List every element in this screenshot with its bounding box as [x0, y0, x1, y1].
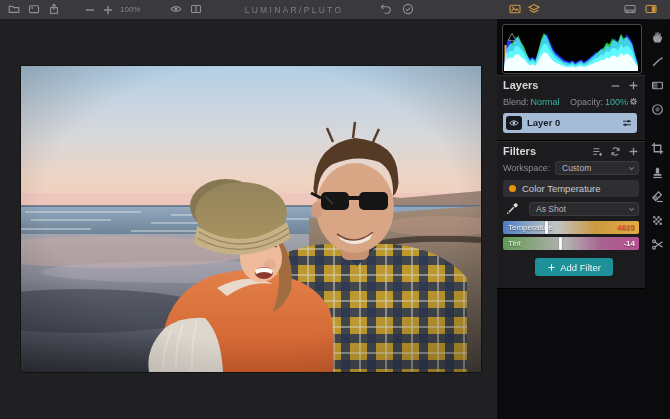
undo-icon[interactable] — [380, 3, 392, 15]
zoom-controls: 100% — [84, 3, 140, 16]
brush-mask-tool-icon[interactable] — [651, 55, 664, 68]
layers-panel-toggle-icon[interactable] — [528, 3, 540, 15]
remove-layer-icon[interactable] — [610, 80, 621, 91]
top-toolbar: 100% LUMINAR/PLUTO — [0, 0, 670, 20]
layers-panel-title: Layers — [503, 79, 538, 91]
filters-panel: Filters Workspace: Custom Color Temperat… — [497, 141, 645, 289]
hand-tool-icon[interactable] — [651, 31, 664, 44]
right-sidebar: Layers Blend:Normal Opacity:100% Layer 0… — [497, 19, 645, 419]
blend-opacity-row: Blend:Normal Opacity:100% — [503, 97, 639, 107]
filters-panel-title: Filters — [503, 145, 536, 157]
layer-settings-gear-icon[interactable] — [628, 96, 639, 107]
photo-library-icon[interactable] — [28, 3, 40, 15]
add-filter-label: Add Filter — [560, 262, 601, 273]
chevron-down-icon — [627, 205, 636, 214]
white-balance-value: As Shot — [536, 204, 566, 214]
plus-icon — [547, 263, 556, 272]
clipping-warning-icon[interactable] — [507, 28, 517, 38]
filter-enabled-dot[interactable] — [509, 185, 516, 192]
slider-value: 4625 — [617, 223, 635, 232]
workspace-row: Workspace: Custom — [503, 163, 639, 177]
add-filter-button[interactable]: Add Filter — [535, 258, 613, 276]
presets-panel-toggle-icon[interactable] — [509, 3, 521, 15]
image-canvas-area — [0, 19, 497, 419]
blend-value[interactable]: Normal — [531, 97, 560, 107]
color-temperature-filter: Color Temperature As Shot Temperature462… — [503, 180, 639, 253]
white-balance-dropdown[interactable]: As Shot — [529, 202, 639, 216]
opacity-value[interactable]: 100% — [605, 97, 628, 107]
side-panel-toggle-icon[interactable] — [645, 3, 657, 15]
save-filter-preset-icon[interactable] — [592, 146, 603, 157]
eyedropper-icon[interactable] — [506, 202, 519, 215]
chevron-down-icon — [627, 164, 636, 173]
history-group — [380, 3, 414, 15]
app-title: LUMINAR/PLUTO — [245, 5, 344, 15]
free-transform-tool-icon[interactable] — [651, 238, 664, 251]
before-after-compare-icon[interactable] — [190, 3, 202, 15]
filter-header[interactable]: Color Temperature — [503, 180, 639, 197]
reset-filters-icon[interactable] — [610, 146, 621, 157]
export-share-icon[interactable] — [48, 3, 60, 15]
zoom-level[interactable]: 100% — [120, 3, 140, 16]
quick-preview-icon[interactable] — [170, 3, 182, 15]
radial-mask-tool-icon[interactable] — [651, 103, 664, 116]
opacity-label: Opacity: — [570, 97, 603, 107]
slider-handle[interactable] — [545, 221, 548, 234]
workspace-label: Workspace: — [503, 163, 550, 173]
zoom-out-icon[interactable] — [84, 4, 96, 16]
view-controls-group — [170, 3, 202, 15]
filter-sliders: Temperature4625Tint-14 — [503, 221, 639, 250]
layer-visibility-toggle[interactable] — [506, 116, 522, 130]
file-actions-group — [8, 3, 60, 15]
slider-value: -14 — [623, 239, 635, 248]
gradient-mask-tool-icon[interactable] — [651, 79, 664, 92]
apply-edits-icon[interactable] — [402, 3, 414, 15]
corner-toggles-group — [624, 3, 657, 15]
layer-row[interactable]: Layer 0 — [503, 113, 637, 133]
open-file-icon[interactable] — [8, 3, 20, 15]
histogram-panel[interactable] — [502, 24, 642, 74]
luminar-app-window: 100% LUMINAR/PLUTO — [0, 0, 670, 419]
side-tool-strip — [645, 19, 670, 419]
photo-canvas[interactable] — [21, 66, 481, 372]
bottom-panel-toggle-icon[interactable] — [624, 3, 636, 15]
slider-handle[interactable] — [559, 237, 562, 250]
layer-name: Layer 0 — [527, 117, 560, 128]
erase-tool-icon[interactable] — [651, 190, 664, 203]
filter-name: Color Temperature — [522, 183, 601, 194]
white-balance-row: As Shot — [503, 202, 639, 216]
slider-label: Tint — [508, 239, 521, 248]
panel-toggles-group — [509, 3, 540, 15]
layers-panel: Layers Blend:Normal Opacity:100% Layer 0 — [497, 75, 645, 141]
crop-tool-icon[interactable] — [651, 142, 664, 155]
add-layer-icon[interactable] — [628, 80, 639, 91]
workspace-dropdown[interactable]: Custom — [555, 161, 639, 175]
zoom-in-icon[interactable] — [102, 4, 114, 16]
blend-label: Blend: — [503, 97, 529, 107]
tint-slider[interactable]: Tint-14 — [503, 237, 639, 250]
workspace-value: Custom — [562, 163, 591, 173]
layer-adjustments-icon[interactable] — [621, 117, 633, 129]
clone-stamp-tool-icon[interactable] — [651, 166, 664, 179]
add-filter-quick-icon[interactable] — [628, 146, 639, 157]
temperature-slider[interactable]: Temperature4625 — [503, 221, 639, 234]
denoise-tool-icon[interactable] — [651, 214, 664, 227]
